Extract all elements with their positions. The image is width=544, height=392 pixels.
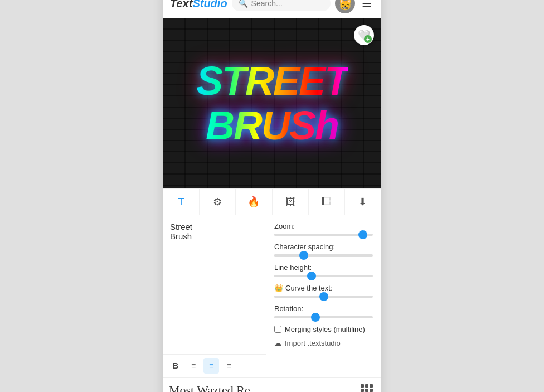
logo-studio: Studio xyxy=(192,0,227,9)
curve-control: 👑 Curve the text: xyxy=(274,284,373,298)
main-panel: Street Brush B ≡ ≡ ≡ Zoom: xyxy=(163,215,381,377)
app-wrapper: TextStudio 🔍 👑 😸 ☰ STREET BRUSh 🤍 + T xyxy=(163,0,381,392)
import-row[interactable]: ☁ Import .textstudio xyxy=(274,339,373,347)
merging-row: Merging styles (multiline) xyxy=(274,325,373,333)
upload-icon: ☁ xyxy=(274,339,281,347)
header: TextStudio 🔍 👑 😸 ☰ xyxy=(163,0,381,18)
font-preview-text: Most Wazted Re xyxy=(169,383,250,392)
toolbar: T ⚙ 🔥 🖼 🎞 ⬇ xyxy=(163,188,381,215)
filter-icon: ⚙ xyxy=(213,196,222,208)
rotation-slider[interactable] xyxy=(274,316,373,318)
align-left-icon: ≡ xyxy=(191,361,196,370)
menu-button[interactable]: ☰ xyxy=(360,0,374,12)
character-spacing-slider[interactable] xyxy=(274,254,373,257)
align-right-icon: ≡ xyxy=(227,361,231,370)
graffiti-line1: STREET xyxy=(196,59,348,103)
merging-checkbox[interactable] xyxy=(274,326,281,333)
line-height-label: Line height: xyxy=(274,263,373,272)
grid-dot xyxy=(370,384,373,388)
curve-label: 👑 Curve the text: xyxy=(274,284,373,292)
crown-icon-small: 👑 xyxy=(274,284,283,292)
grid-dot xyxy=(361,389,364,392)
zoom-slider[interactable] xyxy=(274,234,373,236)
avatar-face: 😸 xyxy=(338,0,352,11)
align-right-button[interactable]: ≡ xyxy=(221,358,237,374)
line-height-control: Line height: xyxy=(274,263,373,277)
film-icon: 🎞 xyxy=(322,196,332,208)
merging-label: Merging styles (multiline) xyxy=(285,325,365,333)
character-spacing-control: Character spacing: xyxy=(274,243,373,257)
align-center-icon: ≡ xyxy=(209,361,213,370)
add-to-collection-button[interactable]: 🤍 + xyxy=(354,25,374,45)
grid-dot xyxy=(370,389,373,392)
text-editor: Street Brush B ≡ ≡ ≡ xyxy=(163,215,266,377)
brick-background: STREET BRUSh xyxy=(163,18,381,188)
grid-dot xyxy=(365,384,368,388)
controls-panel: Zoom: Character spacing: Line height: xyxy=(266,215,381,377)
canvas-area: STREET BRUSh 🤍 + xyxy=(163,18,381,188)
image-icon: 🖼 xyxy=(285,196,295,208)
flame-icon: 🔥 xyxy=(247,196,260,208)
zoom-control: Zoom: xyxy=(274,222,373,236)
curve-slider[interactable] xyxy=(274,296,373,298)
import-label: Import .textstudio xyxy=(285,339,341,347)
text-icon: T xyxy=(178,196,184,208)
grid-dot xyxy=(361,384,364,388)
download-icon: ⬇ xyxy=(358,196,367,208)
download-button[interactable]: ⬇ xyxy=(345,189,381,215)
text-tool-button[interactable]: T xyxy=(163,189,200,215)
film-tool-button[interactable]: 🎞 xyxy=(309,189,345,215)
bold-button[interactable]: B xyxy=(168,358,183,374)
logo: TextStudio xyxy=(170,0,227,10)
logo-text: Text xyxy=(170,0,192,9)
search-bar[interactable]: 🔍 xyxy=(232,0,331,11)
plus-badge: + xyxy=(364,35,372,43)
character-spacing-label: Character spacing: xyxy=(274,243,373,251)
avatar[interactable]: 👑 😸 xyxy=(335,0,355,13)
filter-tool-button[interactable]: ⚙ xyxy=(200,189,236,215)
search-icon: 🔍 xyxy=(239,0,248,8)
graffiti-display: STREET BRUSh xyxy=(196,59,348,147)
effects-tool-button[interactable]: 🔥 xyxy=(236,189,272,215)
rotation-control: Rotation: xyxy=(274,304,373,318)
font-grid-button[interactable] xyxy=(358,382,375,392)
format-bar: B ≡ ≡ ≡ xyxy=(163,354,266,377)
image-tool-button[interactable]: 🖼 xyxy=(273,189,309,215)
grid-dot xyxy=(365,389,368,392)
align-left-button[interactable]: ≡ xyxy=(186,358,201,374)
zoom-label: Zoom: xyxy=(274,222,373,230)
align-center-button[interactable]: ≡ xyxy=(203,358,219,374)
line-height-slider[interactable] xyxy=(274,275,373,277)
font-preview[interactable]: Most Wazted Re xyxy=(169,383,353,392)
text-input[interactable]: Street Brush xyxy=(163,215,266,354)
graffiti-line2: BRUSh xyxy=(196,104,348,148)
font-strip: Most Wazted Re xyxy=(163,377,381,392)
rotation-label: Rotation: xyxy=(274,304,373,313)
search-input[interactable] xyxy=(251,0,324,8)
